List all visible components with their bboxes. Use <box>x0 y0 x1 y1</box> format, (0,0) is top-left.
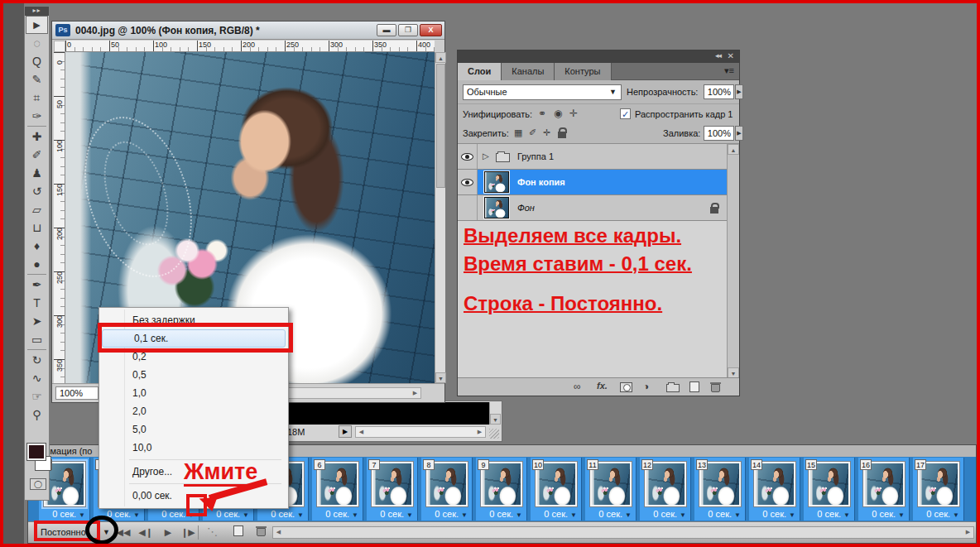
chevron-down-icon[interactable]: ▼ <box>789 511 795 519</box>
frame-delay-dropdown[interactable]: 0 сек. ▼ <box>107 509 140 519</box>
unify-position-icon[interactable]: ⚭ <box>538 108 546 119</box>
fill-field[interactable]: 100% <box>704 126 734 141</box>
frame-delay-dropdown[interactable]: 0 сек. ▼ <box>653 509 686 519</box>
chevron-down-icon[interactable]: ▼ <box>898 511 905 519</box>
animation-frame-12[interactable]: 120 сек. ▼ <box>640 458 691 521</box>
play-button[interactable]: ▶ <box>158 525 178 540</box>
visibility-cell[interactable] <box>458 144 478 169</box>
history-brush-tool[interactable]: ↺ <box>26 182 48 200</box>
unify-visibility-icon[interactable]: ◉ <box>554 108 562 119</box>
menu-item-10-0[interactable]: 10,0 <box>101 439 286 457</box>
back-vertical-scrollbar[interactable]: ▼ <box>489 402 501 425</box>
animation-frame-11[interactable]: 110 сек. ▼ <box>585 458 637 521</box>
previous-frame-button[interactable]: ◀❙ <box>136 525 156 540</box>
layer-name[interactable]: Фон копия <box>517 177 565 187</box>
blur-tool[interactable]: ♦ <box>26 237 48 255</box>
chevron-down-icon[interactable]: ▼ <box>406 511 413 519</box>
frame-delay-dropdown[interactable]: 0 сек. ▼ <box>325 509 358 519</box>
back-horizontal-scrollbar[interactable]: ◀ ▶ <box>355 426 486 438</box>
frame-delay-dropdown[interactable]: 0 сек. ▼ <box>435 509 468 519</box>
chevron-down-icon[interactable]: ▼ <box>103 528 110 536</box>
zoom-level-field[interactable]: 100% <box>55 386 98 400</box>
scroll-down-arrow[interactable]: ▼ <box>435 372 446 383</box>
type-tool[interactable]: T <box>26 294 48 312</box>
menu-item-1-0[interactable]: 1,0 <box>101 384 286 402</box>
animation-frame-8[interactable]: 80 сек. ▼ <box>421 458 473 521</box>
animation-frame-15[interactable]: 150 сек. ▼ <box>804 458 855 521</box>
layer-name[interactable]: Группа 1 <box>517 151 554 161</box>
frame-delay-dropdown[interactable]: 0 сек. ▼ <box>380 509 413 519</box>
rectangle-tool[interactable]: ▭ <box>26 330 48 348</box>
eye-icon[interactable] <box>461 179 473 186</box>
3d-rotate-tool[interactable]: ↻ <box>26 351 48 369</box>
menu-item-2-0[interactable]: 2,0 <box>101 402 286 420</box>
menu-item-0-1-сек-[interactable]: 0,1 сек. <box>102 329 286 348</box>
tab-paths[interactable]: Контуры <box>555 63 611 80</box>
collapse-panel-icon[interactable]: ◂◂ <box>715 51 721 60</box>
propagate-frame-checkbox[interactable]: ✓ <box>620 108 631 119</box>
frame-delay-dropdown[interactable]: 0 сек. ▼ <box>598 509 632 519</box>
chevron-down-icon[interactable]: ▼ <box>188 511 195 519</box>
chevron-down-icon[interactable]: ▼ <box>461 511 468 519</box>
animation-frame-10[interactable]: 100 сек. ▼ <box>531 458 582 521</box>
chevron-down-icon[interactable]: ▼ <box>843 511 850 519</box>
menu-item-0-5[interactable]: 0,5 <box>101 366 286 384</box>
loop-count-dropdown[interactable]: Постоянно <box>41 527 86 537</box>
3d-orbit-tool[interactable]: ∿ <box>26 369 48 387</box>
scroll-left-arrow[interactable]: ◀ <box>273 527 284 537</box>
animation-frame-7[interactable]: 70 сек. ▼ <box>367 458 418 521</box>
lock-position-icon[interactable]: ✛ <box>543 127 550 138</box>
frame-delay-dropdown[interactable]: 0 сек. ▼ <box>489 509 522 519</box>
close-panel-icon[interactable]: ✕ <box>728 51 734 60</box>
path-selection-tool[interactable]: ➤ <box>26 312 48 330</box>
maximize-button[interactable]: ❐ <box>398 24 418 36</box>
chevron-down-icon[interactable]: ▼ <box>680 511 686 519</box>
layers-scrollbar[interactable]: ▲ ▼ <box>727 144 739 378</box>
frame-delay-dropdown[interactable]: 0 сек. ▼ <box>762 509 795 519</box>
chevron-down-icon[interactable]: ▼ <box>734 511 741 519</box>
animation-frame-6[interactable]: 60 сек. ▼ <box>312 458 363 521</box>
horizontal-scrollbar[interactable]: ◀ ▶ <box>274 387 421 399</box>
lock-all-icon[interactable] <box>558 132 566 138</box>
dodge-tool[interactable]: ● <box>26 255 48 273</box>
chevron-down-icon[interactable]: ▼ <box>352 511 358 519</box>
menu-item-0-2[interactable]: 0,2 <box>101 348 286 366</box>
frame-delay-dropdown[interactable]: 0 сек. ▼ <box>544 509 577 519</box>
eyedropper-tool[interactable]: ✑ <box>26 107 48 125</box>
quick-selection-tool[interactable]: ✎ <box>26 70 48 89</box>
frame-delay-dropdown[interactable]: 0 сек. ▼ <box>271 509 304 519</box>
menu-item-0-00-сек-[interactable]: 0,00 сек. <box>101 487 286 505</box>
link-layers-icon[interactable]: ∞ <box>574 381 581 392</box>
clone-stamp-tool[interactable]: ♟ <box>26 164 48 182</box>
scroll-up-arrow[interactable]: ▲ <box>728 144 739 155</box>
eye-icon[interactable] <box>461 153 473 161</box>
healing-brush-tool[interactable]: ✚ <box>26 127 48 146</box>
delete-layer-icon[interactable] <box>711 384 720 392</box>
scroll-right-arrow[interactable]: ▶ <box>410 388 420 398</box>
frames-scrollbar[interactable]: ◀ ▶ <box>272 526 974 539</box>
eraser-tool[interactable]: ▱ <box>26 200 48 218</box>
zoom-tool[interactable]: ⚲ <box>26 405 48 424</box>
chevron-down-icon[interactable]: ▼ <box>133 511 140 519</box>
paint-bucket-tool[interactable]: ⊔ <box>26 218 48 237</box>
menu-item-без-задержки[interactable]: Без задержки <box>101 311 286 329</box>
tools-collapse-icon[interactable]: ▸▸ <box>25 7 49 16</box>
frame-delay-dropdown[interactable]: 0 сек. ▼ <box>161 509 195 519</box>
minimize-button[interactable]: ▬ <box>377 24 396 36</box>
layer-row-background[interactable]: Фон <box>458 195 727 221</box>
pen-tool[interactable]: ✒ <box>26 276 48 294</box>
layer-row-group[interactable]: ▷ Группа 1 <box>458 144 727 170</box>
scroll-left-arrow[interactable]: ◀ <box>356 427 367 437</box>
layer-thumbnail[interactable] <box>484 197 509 218</box>
frame-delay-dropdown[interactable]: 0 сек. ▼ <box>216 509 249 519</box>
scroll-down-arrow[interactable]: ▼ <box>490 414 501 425</box>
menu-item-другое-[interactable]: Другое... <box>101 463 286 481</box>
animation-frame-17[interactable]: 170 сек. ▼ <box>913 458 964 521</box>
animation-frame-14[interactable]: 140 сек. ▼ <box>749 458 800 521</box>
layer-thumbnail[interactable] <box>484 171 509 193</box>
lasso-tool[interactable]: Q <box>26 52 48 70</box>
crop-tool[interactable]: ⌗ <box>26 89 48 107</box>
close-button[interactable]: X <box>420 24 442 36</box>
scroll-right-arrow[interactable]: ▶ <box>474 427 485 437</box>
chevron-down-icon[interactable]: ▼ <box>297 511 304 519</box>
